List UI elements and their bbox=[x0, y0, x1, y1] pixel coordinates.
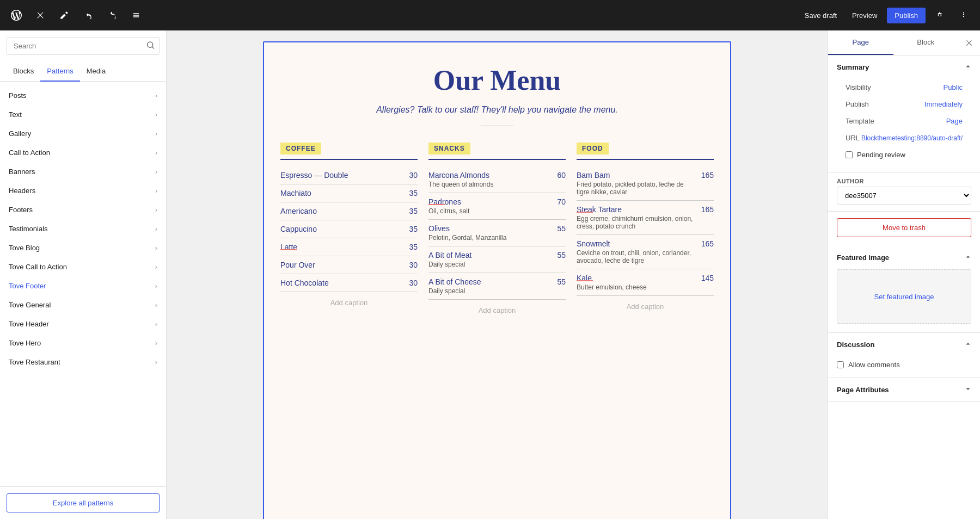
publish-button[interactable]: Publish bbox=[887, 8, 926, 23]
discussion-header[interactable]: Discussion bbox=[828, 333, 980, 356]
menu-item-name: Padrones bbox=[428, 197, 553, 206]
move-to-trash-button[interactable]: Move to trash bbox=[837, 218, 971, 237]
search-icon bbox=[146, 41, 155, 51]
sidebar-item-footers[interactable]: Footers › bbox=[0, 200, 166, 219]
menu-item-price: 30 bbox=[409, 171, 418, 180]
sidebar-item-gallery[interactable]: Gallery › bbox=[0, 124, 166, 143]
menu-item-price: 55 bbox=[557, 224, 566, 233]
menu-item-price: 35 bbox=[409, 189, 418, 197]
menu-item-row: Espresso — Double 30 bbox=[280, 166, 418, 184]
sidebar-item-tove-call-to-action[interactable]: Tove Call to Action › bbox=[0, 257, 166, 276]
tab-patterns[interactable]: Patterns bbox=[40, 61, 79, 82]
save-draft-button[interactable]: Save draft bbox=[799, 8, 842, 23]
sidebar-item-tove-general[interactable]: Tove General › bbox=[0, 295, 166, 314]
tab-blocks[interactable]: Blocks bbox=[7, 61, 40, 82]
menu-header: Our Menu Allergies? Talk to our staff! T… bbox=[280, 64, 714, 126]
menu-item-name: Marcona Almonds bbox=[428, 171, 553, 180]
url-row: URL Blockthemetesting:8890/auto-draft/ bbox=[837, 129, 971, 146]
sidebar-item-tove-header[interactable]: Tove Header › bbox=[0, 314, 166, 333]
close-button[interactable] bbox=[30, 5, 50, 25]
preview-button[interactable]: Preview bbox=[847, 8, 883, 23]
pending-review-checkbox[interactable] bbox=[846, 151, 853, 158]
sidebar-item-headers[interactable]: Headers › bbox=[0, 181, 166, 200]
menu-item-row: Hot Chocolate 30 bbox=[280, 274, 418, 292]
discussion-title: Discussion bbox=[837, 341, 874, 349]
featured-image-section: Featured image Set featured image bbox=[828, 246, 980, 333]
nav-item-label: Banners bbox=[9, 168, 155, 176]
sidebar-item-posts[interactable]: Posts › bbox=[0, 86, 166, 105]
chevron-right-icon: › bbox=[155, 225, 157, 233]
menu-grid: COFFEE Espresso — Double 30 Machiato 35 … bbox=[280, 143, 714, 321]
sidebar-item-banners[interactable]: Banners › bbox=[0, 162, 166, 181]
redo-button[interactable] bbox=[102, 5, 122, 25]
visibility-value[interactable]: Public bbox=[944, 83, 963, 91]
sidebar-item-tove-hero[interactable]: Tove Hero › bbox=[0, 333, 166, 353]
menu-item-price: 165 bbox=[701, 239, 714, 248]
chevron-right-icon: › bbox=[155, 168, 157, 176]
content-area[interactable]: Our Menu Allergies? Talk to our staff! T… bbox=[167, 30, 828, 519]
add-caption-snacks[interactable]: Add caption bbox=[428, 300, 566, 321]
search-box bbox=[0, 30, 166, 61]
menu-item-row: Cappucino 35 bbox=[280, 220, 418, 238]
page-attributes-header[interactable]: Page Attributes bbox=[828, 378, 980, 401]
menu-item-row: Steak Tartare Egg creme, chimichurri emu… bbox=[577, 201, 714, 235]
sidebar-right: Page Block Summary Visibility Public Pub bbox=[828, 30, 980, 519]
undo-button[interactable] bbox=[78, 5, 98, 25]
sidebar-item-testimonials[interactable]: Testimonials › bbox=[0, 219, 166, 238]
explore-patterns-button[interactable]: Explore all patterns bbox=[7, 493, 160, 512]
menu-divider bbox=[481, 126, 513, 126]
menu-item-name: Bam Bam bbox=[577, 171, 697, 180]
menu-item-price: 30 bbox=[409, 279, 418, 287]
menu-item-desc: Butter emulsion, cheese bbox=[577, 283, 697, 291]
search-input[interactable] bbox=[7, 37, 160, 55]
tab-media[interactable]: Media bbox=[80, 61, 112, 82]
chevron-up-icon bbox=[965, 254, 971, 262]
add-caption-coffee[interactable]: Add caption bbox=[280, 292, 418, 313]
add-caption-food[interactable]: Add caption bbox=[577, 296, 714, 317]
template-row: Template Page bbox=[837, 113, 971, 129]
summary-section: Summary Visibility Public Publish Immedi… bbox=[828, 55, 980, 172]
nav-item-label: Testimonials bbox=[9, 225, 155, 233]
template-label: Template bbox=[846, 117, 874, 125]
close-sidebar-button[interactable] bbox=[958, 30, 980, 55]
nav-item-label: Gallery bbox=[9, 129, 155, 138]
list-view-button[interactable] bbox=[126, 5, 146, 25]
featured-image-header[interactable]: Featured image bbox=[828, 246, 980, 269]
discussion-section: Discussion Allow comments bbox=[828, 333, 980, 378]
tab-page[interactable]: Page bbox=[828, 30, 893, 55]
sidebar-left: Blocks Patterns Media Posts › Text › Gal… bbox=[0, 30, 167, 519]
sidebar-item-call-to-action[interactable]: Call to Action › bbox=[0, 143, 166, 162]
author-select[interactable]: dee35007 bbox=[837, 187, 971, 205]
more-options-button[interactable] bbox=[954, 5, 973, 25]
nav-item-label: Headers bbox=[9, 187, 155, 195]
edit-button[interactable] bbox=[54, 5, 74, 25]
nav-item-label: Tove Footer bbox=[9, 282, 155, 290]
publish-value[interactable]: Immediately bbox=[924, 100, 963, 108]
featured-image-placeholder[interactable]: Set featured image bbox=[837, 269, 971, 324]
menu-item-price: 55 bbox=[557, 251, 566, 260]
menu-item-name: Latte bbox=[280, 243, 405, 251]
summary-body: Visibility Public Publish Immediately Te… bbox=[828, 79, 980, 172]
sidebar-item-tove-blog[interactable]: Tove Blog › bbox=[0, 238, 166, 257]
tab-block[interactable]: Block bbox=[893, 30, 959, 55]
wordpress-logo[interactable] bbox=[7, 5, 26, 25]
sidebar-item-tove-restaurant[interactable]: Tove Restaurant › bbox=[0, 353, 166, 372]
menu-item-row: Snowmelt Ceviche on trout, chili, onion,… bbox=[577, 235, 714, 269]
menu-item-row: Americano 35 bbox=[280, 202, 418, 220]
col-header-coffee: COFFEE bbox=[280, 143, 321, 155]
sidebar-item-text[interactable]: Text › bbox=[0, 105, 166, 124]
menu-item-row: Latte 35 bbox=[280, 238, 418, 256]
menu-item-desc: Oil, citrus, salt bbox=[428, 207, 553, 215]
menu-subtitle: Allergies? Talk to our staff! They'll he… bbox=[280, 105, 714, 115]
left-tabs: Blocks Patterns Media bbox=[0, 61, 166, 82]
chevron-right-icon: › bbox=[155, 320, 157, 328]
sidebar-item-tove-footer[interactable]: Tove Footer › bbox=[0, 276, 166, 295]
summary-header[interactable]: Summary bbox=[828, 55, 980, 79]
template-value[interactable]: Page bbox=[946, 117, 963, 125]
settings-button[interactable] bbox=[930, 5, 950, 25]
menu-item-row: Marcona Almonds The queen of almonds 60 bbox=[428, 166, 566, 193]
nav-item-label: Call to Action bbox=[9, 149, 155, 157]
allow-comments-checkbox[interactable] bbox=[837, 361, 844, 368]
url-value[interactable]: Blockthemetesting:8890/auto-draft/ bbox=[861, 134, 963, 142]
menu-item-desc: Daily special bbox=[428, 287, 553, 295]
